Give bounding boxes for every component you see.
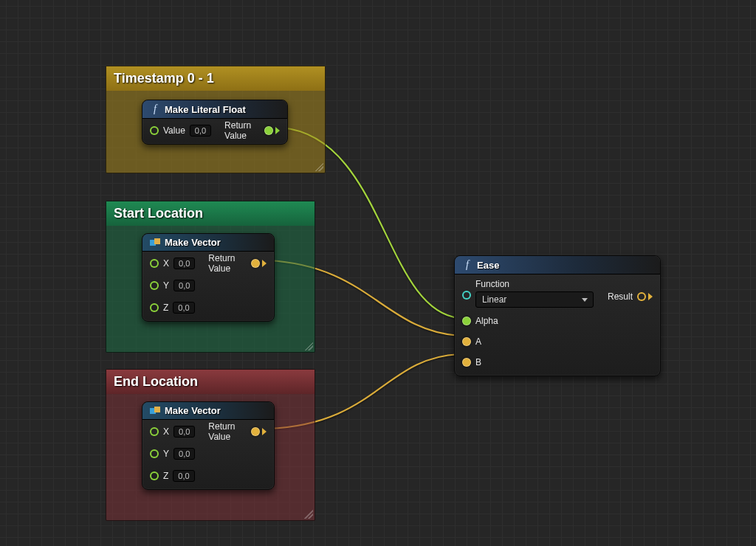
pin-z-in[interactable]: Z 0,0 [150,300,195,315]
pin-y-in[interactable]: Y 0,0 [150,446,195,461]
svg-rect-3 [154,407,160,412]
value-field[interactable]: 0,0 [190,125,211,136]
node-make-vector-end[interactable]: Make Vector X 0,0 Y 0,0 Z 0,0 Return Val… [142,401,275,490]
node-title: Make Vector [165,405,221,416]
resize-handle-icon[interactable] [304,342,313,350]
node-header[interactable]: Make Vector [142,234,274,252]
pin-x-in[interactable]: X 0,0 [150,256,195,271]
comment-title[interactable]: End Location [106,370,315,394]
node-make-vector-start[interactable]: Make Vector X 0,0 Y 0,0 Z 0,0 Return Val… [142,233,275,322]
pin-icon [150,471,159,480]
pin-arrow-icon [275,127,280,134]
pin-label: Z [163,471,168,481]
resize-handle-icon[interactable] [315,162,323,171]
pin-value-in[interactable]: Value 0,0 [150,123,211,138]
pin-x-in[interactable]: X 0,0 [150,424,195,439]
pin-icon [150,303,159,312]
pin-icon [264,126,273,135]
pin-label: Value [163,125,185,136]
pin-z-in[interactable]: Z 0,0 [150,469,195,483]
pin-icon [462,291,471,300]
pin-icon [150,449,159,458]
function-icon: f [150,103,160,115]
node-title: Make Vector [165,237,221,248]
pin-label: Return Value [208,421,247,442]
pin-y-in[interactable]: Y 0,0 [150,278,195,293]
function-icon: f [462,259,472,271]
pin-return-out[interactable]: Return Value [208,424,267,439]
node-title: Make Literal Float [165,104,246,115]
pin-icon [462,337,471,346]
svg-rect-1 [154,238,160,244]
pin-label: Function [475,279,594,289]
resize-handle-icon[interactable] [304,510,313,519]
comment-title[interactable]: Start Location [106,201,315,226]
pin-icon [150,281,159,290]
pin-alpha-in[interactable]: Alpha [462,314,594,328]
pin-icon [251,427,260,436]
pin-label: Y [163,280,169,291]
pin-arrow-icon [262,428,267,435]
node-ease[interactable]: f Ease Function Linear Alpha A B [454,255,661,376]
struct-icon [150,407,160,415]
node-header[interactable]: f Make Literal Float [142,100,287,119]
pin-label: Return Value [224,120,260,141]
pin-arrow-icon [262,260,267,267]
node-title: Ease [477,260,499,271]
pin-result-out[interactable]: Result [608,289,653,304]
pin-icon [150,259,159,268]
struct-icon [150,238,160,247]
pin-icon [150,126,159,135]
pin-icon [150,427,159,436]
pin-icon [637,292,646,301]
pin-label: Alpha [475,316,498,326]
value-field[interactable]: 0,0 [173,470,194,482]
pin-return-out[interactable]: Return Value [224,123,280,138]
value-field[interactable]: 0,0 [173,280,195,291]
pin-arrow-icon [648,293,653,300]
value-field[interactable]: 0,0 [173,258,195,269]
value-field[interactable]: 0,0 [173,448,195,460]
value-field[interactable]: 0,0 [173,426,195,438]
node-header[interactable]: Make Vector [142,402,274,420]
pin-b-in[interactable]: B [462,355,594,370]
pin-function-in[interactable]: Function Linear [462,279,594,308]
pin-label: Y [163,449,169,459]
pin-label: X [163,258,169,269]
pin-label: Return Value [208,253,247,274]
pin-icon [462,317,471,325]
node-make-literal-float[interactable]: f Make Literal Float Value 0,0 Return Va… [142,100,288,145]
pin-icon [462,358,471,367]
pin-label: Result [608,291,633,302]
pin-label: B [475,357,481,367]
pin-icon [251,259,260,268]
value-field[interactable]: 0,0 [173,302,194,314]
function-dropdown[interactable]: Linear [475,291,594,308]
pin-label: Z [163,303,168,313]
node-header[interactable]: f Ease [455,256,660,274]
pin-return-out[interactable]: Return Value [208,256,267,271]
pin-label: A [475,336,481,347]
pin-label: X [163,426,169,437]
pin-a-in[interactable]: A [462,334,594,349]
comment-title[interactable]: Timestamp 0 - 1 [106,66,325,91]
